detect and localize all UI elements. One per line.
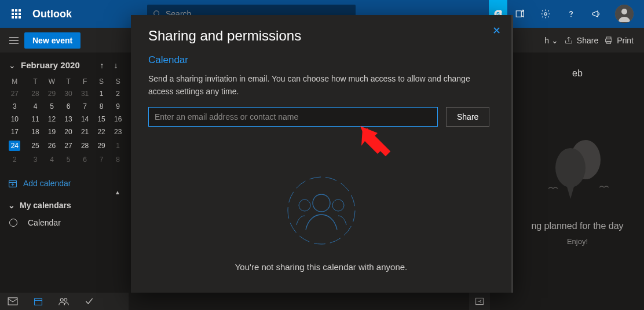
sharing-empty-text: You're not sharing this calendar with an… [235,262,408,272]
svg-point-25 [313,194,330,212]
modal-title: Sharing and permissions [148,28,494,44]
svg-point-26 [299,200,310,211]
modal-close-icon[interactable]: ✕ [492,24,501,37]
modal-subtitle: Calendar [148,54,494,66]
svg-point-24 [288,177,355,244]
sharing-empty-illustration-icon [284,173,359,248]
modal-description: Send a sharing invitation in email. You … [148,73,490,98]
modal-overlay: ✕ Sharing and permissions Calendar Send … [0,0,644,310]
svg-point-27 [332,200,344,211]
sharing-permissions-modal: ✕ Sharing and permissions Calendar Send … [131,15,513,293]
share-button-modal[interactable]: Share [446,107,489,127]
share-email-input[interactable] [148,107,438,127]
